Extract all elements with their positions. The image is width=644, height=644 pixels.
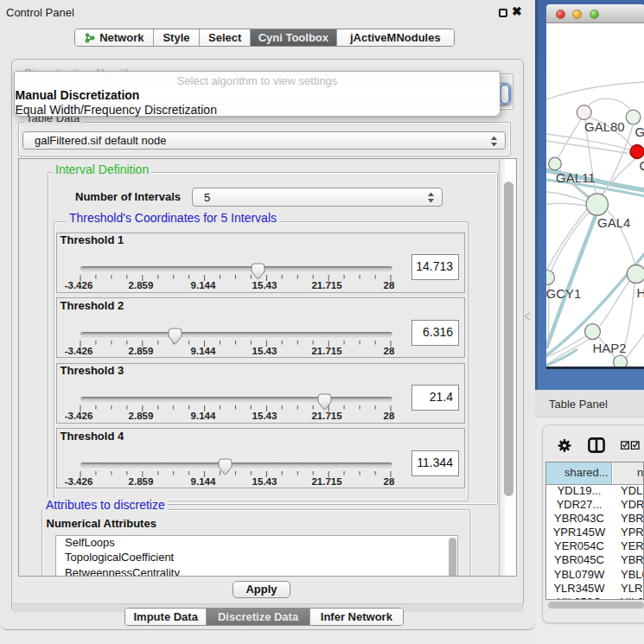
svg-text:GAL80: GAL80	[584, 119, 625, 134]
svg-text:HAP2: HAP2	[592, 341, 626, 355]
svg-text:GAL4: GAL4	[597, 215, 630, 230]
svg-text:GA: GA	[634, 124, 644, 139]
svg-text:GCY1: GCY1	[546, 286, 581, 301]
svg-text:GAL11: GAL11	[556, 170, 596, 185]
svg-text:C: C	[639, 158, 644, 173]
svg-text:H: H	[636, 285, 644, 300]
